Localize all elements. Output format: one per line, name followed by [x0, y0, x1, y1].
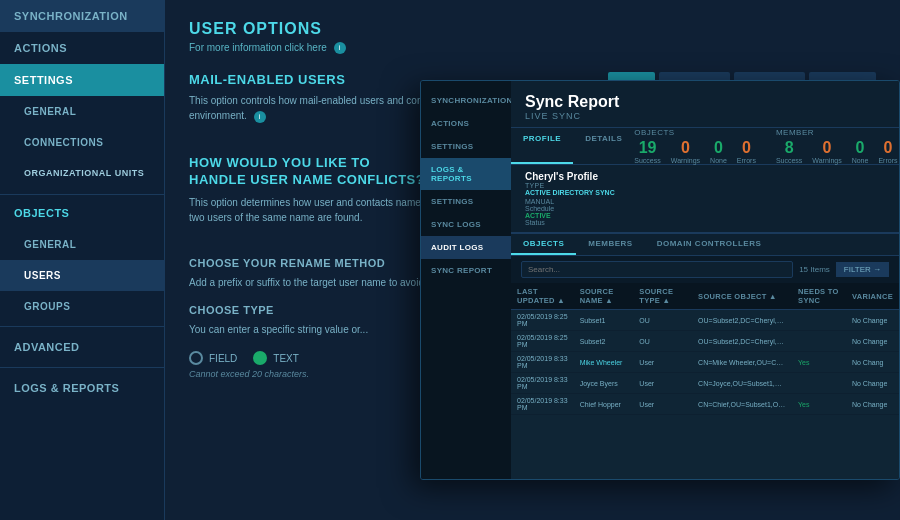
sidebar-item-actions[interactable]: ACTIONS: [0, 32, 164, 64]
cell-needs-sync: [792, 310, 846, 331]
page-title: USER OPTIONS: [189, 20, 876, 38]
radio-text: [253, 351, 267, 365]
cell-source: Chief Hopper: [574, 394, 634, 415]
main-content: USER OPTIONS For more information click …: [165, 0, 900, 520]
cell-date: 02/05/2019 8:33 PM: [511, 373, 574, 394]
items-count: 15 Items: [799, 265, 830, 274]
sidebar: SYNCHRONIZATION ACTIONS SETTINGS GENERAL…: [0, 0, 165, 520]
sidebar-item-objects[interactable]: OBJECTS: [0, 199, 164, 229]
sidebar-divider-3: [0, 367, 164, 368]
sidebar-item-org-units[interactable]: ORGANIZATIONAL UNITS: [0, 158, 164, 190]
overlay-nav-sync[interactable]: SYNCHRONIZATION: [421, 89, 511, 112]
profile-info: Cheryl's Profile Type ACTIVE DIRECTORY S…: [525, 171, 615, 226]
overlay-title: Sync Report: [525, 93, 885, 111]
cell-source: Subset2: [574, 331, 634, 352]
table-row: 02/05/2019 8:33 PM Joyce Byers User CN=J…: [511, 373, 899, 394]
overlay-nav-sync-report[interactable]: SYNC REPORT: [421, 259, 511, 282]
profile-status-label: Status: [525, 219, 615, 226]
overlay-nav-audit-logs[interactable]: AUDIT LOGS: [421, 236, 511, 259]
cell-type: OU: [633, 331, 692, 352]
profile-type: Type: [525, 182, 615, 189]
cell-type: User: [633, 352, 692, 373]
conflict-title: HOW WOULD YOU LIKE TO HANDLE USER NAME C…: [189, 155, 429, 189]
sidebar-item-general2[interactable]: GENERAL: [0, 229, 164, 260]
sidebar-item-settings[interactable]: SETTINGS: [0, 64, 164, 96]
table-row: 02/05/2019 8:25 PM Subset1 OU OU=Subset2…: [511, 310, 899, 331]
profile-active: ACTIVE: [525, 212, 615, 219]
table-tab-members[interactable]: MEMBERS: [576, 234, 644, 255]
overlay-nav-logs[interactable]: LOGS & REPORTS: [421, 158, 511, 190]
stat-member-none: 0 None: [852, 139, 869, 164]
col-variance: Variance: [846, 283, 899, 310]
cell-variance: No Change: [846, 310, 899, 331]
sidebar-item-logs-reports[interactable]: LOGS & REPORTS: [0, 372, 164, 404]
cell-object: OU=Subset2,DC=Cheryl,DC=variance...: [692, 310, 792, 331]
cell-needs-sync: Yes: [792, 394, 846, 415]
sidebar-item-connections[interactable]: CONNECTIONS: [0, 127, 164, 158]
cell-date: 02/05/2019 8:25 PM: [511, 310, 574, 331]
cell-object: CN=Joyce,OU=Subset1,OU=Cheryl...: [692, 373, 792, 394]
sidebar-item-general[interactable]: GENERAL: [0, 96, 164, 127]
overlay-tabs: PROFILE DETAILS OBJECTS 19 Success 0: [511, 128, 899, 165]
col-source-object: Source Object ▲: [692, 283, 792, 310]
cell-needs-sync: [792, 331, 846, 352]
table-header-row: Last Updated ▲ Source Name ▲ Source Type…: [511, 283, 899, 310]
col-needs-sync: Needs to Sync: [792, 283, 846, 310]
cell-type: User: [633, 394, 692, 415]
overlay-header: Sync Report LIVE SYNC: [511, 81, 899, 128]
member-stat-group: MEMBER 8 Success 0 Warnings 0: [776, 128, 898, 164]
table-tab-domain[interactable]: DOMAIN CONTROLLERS: [645, 234, 774, 255]
data-table: Last Updated ▲ Source Name ▲ Source Type…: [511, 283, 899, 415]
filter-button[interactable]: FILTER →: [836, 262, 889, 277]
sidebar-item-advanced[interactable]: ADVANCED: [0, 331, 164, 363]
info-icon[interactable]: i: [334, 42, 346, 54]
stat-objects-errors: 0 Errors: [737, 139, 756, 164]
cell-variance: No Chang: [846, 352, 899, 373]
stat-member-errors: 0 Errors: [878, 139, 897, 164]
cell-object: CN=Mike Wheeler,OU=Cheryl,DC=...: [692, 352, 792, 373]
mail-info-icon[interactable]: i: [254, 111, 266, 123]
overlay-nav-actions[interactable]: ACTIONS: [421, 112, 511, 135]
overlay-main: Sync Report LIVE SYNC PROFILE DETAILS OB…: [511, 81, 899, 479]
col-last-updated: Last Updated ▲: [511, 283, 574, 310]
option-text[interactable]: TEXT: [253, 351, 299, 365]
col-source-name: Source Name ▲: [574, 283, 634, 310]
profile-schedule: Schedule: [525, 205, 615, 212]
sidebar-divider-1: [0, 194, 164, 195]
cell-object: OU=Subset2,DC=Cheryl,DC=variance...: [692, 331, 792, 352]
overlay-tab-details[interactable]: DETAILS: [573, 128, 634, 164]
overlay-subtitle: LIVE SYNC: [525, 111, 885, 121]
overlay-tab-profile[interactable]: PROFILE: [511, 128, 573, 164]
cell-needs-sync: Yes: [792, 352, 846, 373]
cell-needs-sync: [792, 373, 846, 394]
sidebar-item-groups[interactable]: GROUPS: [0, 291, 164, 322]
cell-variance: No Change: [846, 331, 899, 352]
stat-objects-none: 0 None: [710, 139, 727, 164]
profile-row: Cheryl's Profile Type ACTIVE DIRECTORY S…: [511, 165, 899, 233]
sidebar-item-synchronization[interactable]: SYNCHRONIZATION: [0, 0, 164, 32]
option-field[interactable]: FIELD: [189, 351, 237, 365]
cell-variance: No Change: [846, 373, 899, 394]
table-tab-objects[interactable]: OBJECTS: [511, 234, 576, 255]
overlay-nav-sync-logs[interactable]: SYNC LOGS: [421, 213, 511, 236]
col-source-type: Source Type ▲: [633, 283, 692, 310]
table-row: 02/05/2019 8:33 PM Mike Wheeler User CN=…: [511, 352, 899, 373]
overlay-nav-settings2[interactable]: SETTINGS: [421, 190, 511, 213]
cell-type: OU: [633, 310, 692, 331]
sidebar-item-users[interactable]: USERS: [0, 260, 164, 291]
stat-objects-warnings: 0 Warnings: [671, 139, 700, 164]
cell-source: Mike Wheeler: [574, 352, 634, 373]
table-row: 02/05/2019 8:33 PM Chief Hopper User CN=…: [511, 394, 899, 415]
profile-type-value: ACTIVE DIRECTORY SYNC: [525, 189, 615, 196]
table-row: 02/05/2019 8:25 PM Subset2 OU OU=Subset2…: [511, 331, 899, 352]
cell-date: 02/05/2019 8:33 PM: [511, 394, 574, 415]
objects-stat-group: OBJECTS 19 Success 0 Warnings 0: [634, 128, 756, 164]
stat-objects-success: 19 Success: [634, 139, 660, 164]
overlay-nav-settings[interactable]: SETTINGS: [421, 135, 511, 158]
cell-date: 02/05/2019 8:25 PM: [511, 331, 574, 352]
sync-report-overlay: SYNCHRONIZATION ACTIONS SETTINGS LOGS & …: [420, 80, 900, 480]
stat-member-success: 8 Success: [776, 139, 802, 164]
overlay-sidebar: SYNCHRONIZATION ACTIONS SETTINGS LOGS & …: [421, 81, 511, 479]
table-search-input[interactable]: [521, 261, 793, 278]
cell-variance: No Change: [846, 394, 899, 415]
